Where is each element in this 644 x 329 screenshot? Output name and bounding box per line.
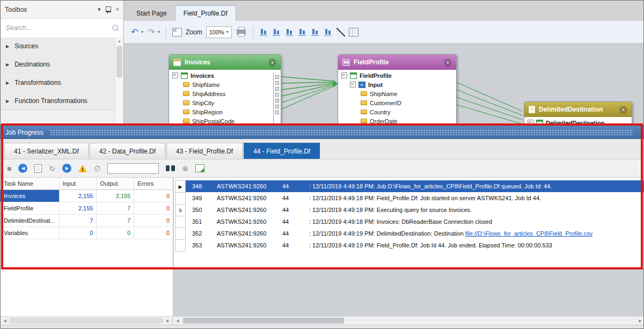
job-log-icon[interactable] (34, 164, 42, 173)
job-tab-42-data-profile-df[interactable]: 42 - Data_Profile.Df (90, 143, 165, 159)
log-row-main[interactable]: 353ASTWKS241:926044: 12/11/2019 4:49:19 … (186, 239, 643, 251)
close-icon[interactable]: × (116, 6, 119, 12)
toolbox-item-destinations[interactable]: ▶Destinations (1, 55, 115, 74)
scroll-left-icon[interactable]: ◀ (1, 317, 9, 325)
log-row[interactable]: 351ASTWKS241:926044: 12/11/2019 4:49:18 … (175, 216, 643, 228)
undo-icon[interactable]: ↶ (130, 27, 139, 38)
job-progress-titlebar[interactable]: Job Progress (1, 125, 644, 139)
search-input[interactable] (5, 24, 109, 32)
task-row-fieldprofile[interactable]: FieldProfile2,15570 (1, 202, 173, 215)
task-row-variables[interactable]: Variables000 (1, 227, 173, 239)
undo-dropdown-icon[interactable]: ▾ (141, 30, 143, 34)
pin-icon[interactable] (106, 6, 111, 12)
log-file-link[interactable]: file://D:\Flows_for_articles_CP8\Field_P… (465, 230, 592, 237)
task-row-invoices[interactable]: Invoices2,1552,1550 (1, 190, 173, 202)
log-row-main[interactable]: 348ASTWKS241:926044: 12/11/2019 4:49:18 … (186, 180, 643, 192)
redo-icon[interactable]: ↷ (147, 27, 156, 38)
flow-object-invoices[interactable]: Invoices ▲ Invoices ShipNameShipAddressS… (169, 54, 281, 128)
left-horizontal-scrollbar[interactable]: ◀ ▶ (1, 316, 173, 325)
output-port-icon[interactable] (275, 105, 279, 108)
tree-node-input[interactable]: ▸ Input (338, 80, 456, 89)
next-job-icon[interactable]: ▶ (62, 164, 71, 173)
column-header-task-name[interactable]: Task Name (1, 178, 60, 189)
scrollbar-thumb[interactable] (10, 318, 163, 324)
find-icon[interactable] (166, 165, 175, 171)
collapse-icon[interactable]: ▲ (444, 59, 452, 67)
log-row[interactable]: ▶348ASTWKS241:926044: 12/11/2019 4:49:18… (175, 180, 643, 192)
output-port-icon[interactable] (275, 99, 279, 103)
chevron-down-icon[interactable]: ▾ (98, 6, 101, 12)
document-tab-start-page[interactable]: Start Page (128, 6, 175, 21)
tree-field-shippostalcode[interactable]: ShipPostalCode (169, 116, 273, 126)
grid-options-icon[interactable] (349, 28, 358, 36)
log-row[interactable]: 352ASTWKS241:926044: 12/11/2019 4:49:19 … (175, 228, 643, 239)
scrollbar-thumb[interactable] (183, 318, 344, 324)
log-row[interactable]: 353ASTWKS241:926044: 12/11/2019 4:49:19 … (175, 239, 643, 251)
previous-job-icon[interactable]: ◀ (18, 164, 27, 173)
toolbox-item-transformations[interactable]: ▶Transformations (1, 74, 115, 92)
log-row-main[interactable]: 352ASTWKS241:926044: 12/11/2019 4:49:19 … (186, 228, 643, 239)
document-tab-field-profile-df[interactable]: Field_Profile.Df (175, 5, 236, 21)
tree-field-shipaddress[interactable]: ShipAddress (169, 89, 273, 98)
output-port-icon[interactable] (275, 87, 279, 91)
log-row-main[interactable]: 350ASTWKS241:926044: 12/11/2019 4:49:18 … (186, 204, 643, 216)
fieldprofile-header[interactable]: FieldProfile ▲ (338, 55, 456, 70)
print-icon[interactable] (237, 29, 246, 35)
scroll-left-icon[interactable]: ◀ (173, 317, 182, 325)
output-port-icon[interactable] (275, 75, 279, 79)
tree-field-shipname[interactable]: ShipName (338, 89, 456, 98)
output-port-icon[interactable] (275, 93, 279, 97)
task-row-delimiteddestinat[interactable]: DelimitedDestinat...770 (1, 215, 173, 227)
redo-dropdown-icon[interactable]: ▾ (158, 30, 160, 34)
tree-collapse-icon[interactable] (341, 72, 347, 78)
align-bottom-icon[interactable] (324, 28, 333, 36)
column-header-output[interactable]: Output (97, 178, 134, 189)
warnings-icon[interactable] (78, 165, 87, 172)
output-port-icon[interactable] (275, 81, 279, 85)
output-port-icon[interactable] (275, 111, 279, 114)
tree-field-shipname[interactable]: ShipName (169, 80, 273, 89)
log-row[interactable]: S350ASTWKS241:926044: 12/11/2019 4:49:18… (175, 204, 643, 216)
scroll-up-icon[interactable]: ▲ (115, 37, 123, 43)
log-row-main[interactable]: 351ASTWKS241:926044: 12/11/2019 4:49:18 … (186, 216, 643, 228)
align-middle-icon[interactable] (311, 28, 320, 36)
zoom-fit-icon[interactable] (172, 28, 182, 36)
cancel-job-icon[interactable]: ⊗ (182, 165, 188, 172)
log-filter-input[interactable] (107, 163, 159, 174)
invoices-header[interactable]: Invoices ▲ (169, 55, 281, 70)
scroll-right-icon[interactable]: ▶ (164, 317, 172, 325)
stop-icon[interactable]: ■ (7, 165, 11, 172)
align-left-icon[interactable] (259, 28, 268, 36)
scroll-right-icon[interactable]: ▶ (636, 317, 644, 325)
tree-node-fieldprofile[interactable]: FieldProfile (338, 71, 456, 80)
tree-node-invoices[interactable]: Invoices (169, 71, 273, 80)
log-row-main[interactable]: 349ASTWKS241:926044: 12/11/2019 4:49:18 … (186, 192, 643, 204)
toolbox-scrollbar[interactable]: ▲ (115, 37, 123, 125)
tree-field-shipregion[interactable]: ShipRegion (169, 107, 273, 116)
zoom-dropdown-icon[interactable]: ▾ (226, 30, 229, 34)
align-top-icon[interactable] (298, 28, 307, 36)
align-right-icon[interactable] (285, 28, 294, 36)
right-horizontal-scrollbar[interactable]: ◀ ▶ (173, 316, 644, 325)
export-log-icon[interactable] (195, 164, 204, 172)
tree-field-country[interactable]: Country (338, 107, 456, 116)
tree-field-customerid[interactable]: CustomerID (338, 98, 456, 107)
scrollbar-thumb[interactable] (116, 46, 122, 77)
refresh-icon[interactable]: ↻ (49, 165, 55, 172)
collapse-icon[interactable]: ▲ (268, 59, 276, 67)
toolbox-item-function-transformations[interactable]: ▶Function Transformations (1, 92, 115, 110)
skip-icon[interactable]: ∅ (94, 165, 100, 172)
flow-object-fieldprofile[interactable]: FieldProfile ▲ FieldProfile ▸ Input Ship… (338, 54, 457, 128)
delimiteddestination-header[interactable]: DelimitedDestination ▲ (524, 102, 632, 117)
collapse-icon[interactable]: ▲ (619, 106, 627, 114)
toolbox-item-sources[interactable]: ▶Sources (1, 37, 115, 55)
zoom-select[interactable]: 100% ▾ (206, 26, 232, 38)
column-header-errors[interactable]: Errors (134, 178, 173, 189)
tree-field-orderdate[interactable]: OrderDate (338, 116, 456, 126)
log-row[interactable]: 349ASTWKS241:926044: 12/11/2019 4:49:18 … (175, 192, 643, 204)
tree-field-shipcity[interactable]: ShipCity (169, 98, 273, 107)
job-tab-44-field-profile-df[interactable]: 44 - Field_Profile.Df (244, 143, 320, 159)
column-header-input[interactable]: Input (60, 178, 97, 189)
tree-collapse-icon[interactable] (350, 82, 356, 87)
straight-link-icon[interactable] (336, 28, 345, 36)
